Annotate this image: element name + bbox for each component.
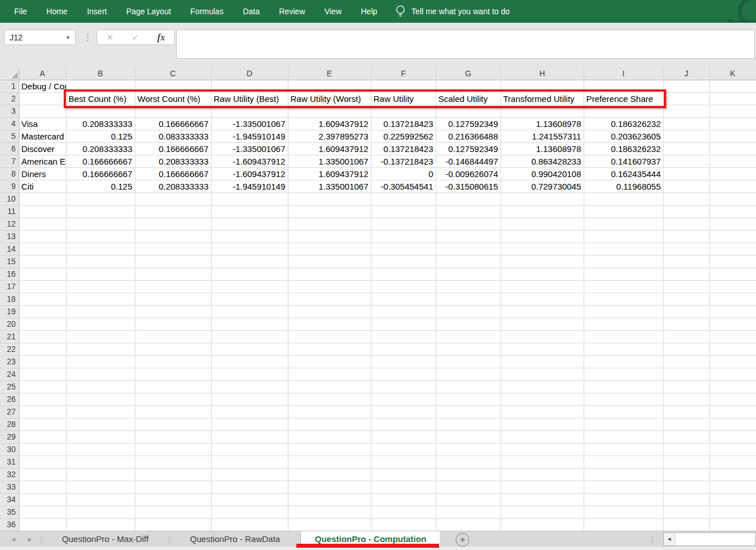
cell-C12[interactable] [135,217,211,230]
cell-G35[interactable] [436,506,501,518]
row-header-8[interactable]: 8 [0,167,19,180]
cell-G18[interactable] [436,293,501,305]
cell-B16[interactable] [66,268,135,280]
cell-G26[interactable] [436,393,501,405]
cell-G27[interactable] [436,405,501,418]
cell-D22[interactable] [211,343,288,355]
cell-F13[interactable] [371,230,436,243]
cell-A17[interactable] [19,280,66,293]
cell-E1[interactable] [288,80,371,92]
cell-G6[interactable]: 0.127592349 [436,142,501,155]
cell-I1[interactable] [584,80,663,92]
cell-I23[interactable] [584,355,663,368]
cell-I32[interactable] [584,468,663,481]
cell-G24[interactable] [436,368,501,380]
ribbon-menu-insert[interactable]: Insert [77,0,117,23]
cell-J29[interactable] [663,430,709,443]
cell-C32[interactable] [135,468,211,481]
cell-E9[interactable]: 1.335001067 [288,180,371,192]
cell-H14[interactable] [501,243,584,255]
cell-E33[interactable] [288,481,371,493]
cell-H15[interactable] [501,255,584,268]
cell-I24[interactable] [584,368,663,380]
cell-D15[interactable] [211,255,288,268]
cell-J31[interactable] [663,455,709,468]
cell-H13[interactable] [501,230,584,243]
cell-B32[interactable] [66,468,135,481]
cell-E8[interactable]: 1.609437912 [288,167,371,180]
scroll-left-icon[interactable]: ◄ [664,533,675,545]
row-header-26[interactable]: 26 [0,393,19,405]
cell-G13[interactable] [436,230,501,243]
row-header-27[interactable]: 27 [0,405,19,418]
cell-K25[interactable] [709,380,756,393]
cell-C26[interactable] [135,393,211,405]
cell-K21[interactable] [709,330,756,343]
cell-J24[interactable] [663,368,709,380]
cell-D29[interactable] [211,430,288,443]
cell-J8[interactable] [663,167,709,180]
cell-A36[interactable] [19,518,66,531]
cell-C11[interactable] [135,205,211,217]
ribbon-menu-data[interactable]: Data [233,0,270,23]
cell-I25[interactable] [584,380,663,393]
row-header-33[interactable]: 33 [0,481,19,493]
cell-G28[interactable] [436,418,501,430]
cell-H17[interactable] [501,280,584,293]
cell-K24[interactable] [709,368,756,380]
cell-C9[interactable]: 0.208333333 [135,180,211,192]
cell-A26[interactable] [19,393,66,405]
cell-E14[interactable] [288,243,371,255]
cell-D5[interactable]: -1.945910149 [211,130,288,142]
row-header-35[interactable]: 35 [0,506,19,518]
cell-F32[interactable] [371,468,436,481]
row-header-3[interactable]: 3 [0,105,19,117]
cell-C4[interactable]: 0.166666667 [135,117,211,130]
cell-D33[interactable] [211,481,288,493]
cell-H7[interactable]: 0.863428233 [501,155,584,167]
cell-H10[interactable] [501,192,584,205]
cell-F2[interactable]: Raw Utility [371,92,436,105]
cell-B22[interactable] [66,343,135,355]
ribbon-menu-home[interactable]: Home [37,0,77,23]
cell-A7[interactable]: American Express [19,155,66,167]
cell-B31[interactable] [66,455,135,468]
cell-J13[interactable] [663,230,709,243]
cell-K13[interactable] [709,230,756,243]
cell-H36[interactable] [501,518,584,531]
row-header-20[interactable]: 20 [0,318,19,330]
cell-G11[interactable] [436,205,501,217]
row-header-7[interactable]: 7 [0,155,19,167]
cell-G30[interactable] [436,443,501,455]
cell-A19[interactable] [19,305,66,318]
cell-H31[interactable] [501,455,584,468]
cell-B26[interactable] [66,393,135,405]
cell-B21[interactable] [66,330,135,343]
cell-K27[interactable] [709,405,756,418]
column-header-G[interactable]: G [436,67,501,80]
cell-F29[interactable] [371,430,436,443]
cell-E15[interactable] [288,255,371,268]
cell-C7[interactable]: 0.208333333 [135,155,211,167]
cell-J3[interactable] [663,105,709,117]
cell-F5[interactable]: 0.225992562 [371,130,436,142]
cell-D36[interactable] [211,518,288,531]
cell-F30[interactable] [371,443,436,455]
cell-F11[interactable] [371,205,436,217]
cell-I7[interactable]: 0.141607937 [584,155,663,167]
cell-H3[interactable] [501,105,584,117]
cell-E7[interactable]: 1.335001067 [288,155,371,167]
cell-A1[interactable]: Debug / Computation Values [19,80,66,92]
cell-C36[interactable] [135,518,211,531]
cell-A10[interactable] [19,192,66,205]
cell-K11[interactable] [709,205,756,217]
cell-J17[interactable] [663,280,709,293]
row-header-5[interactable]: 5 [0,130,19,142]
cell-B9[interactable]: 0.125 [66,180,135,192]
row-header-31[interactable]: 31 [0,455,19,468]
formula-input[interactable] [176,30,755,59]
name-box[interactable]: J12 ▼ [4,30,76,45]
column-header-C[interactable]: C [135,67,211,80]
cell-F28[interactable] [371,418,436,430]
cell-H16[interactable] [501,268,584,280]
